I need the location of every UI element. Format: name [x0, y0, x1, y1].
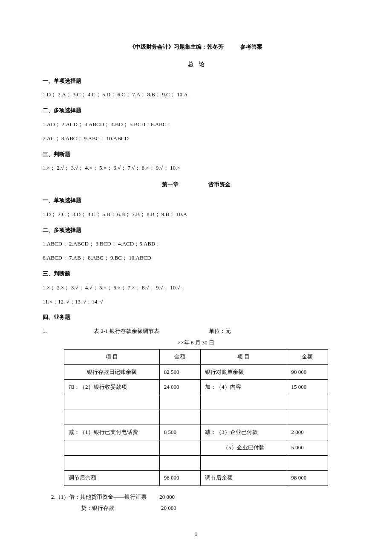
cell [201, 455, 287, 470]
cell: 加：（4）内容 [201, 380, 287, 395]
cell [287, 410, 328, 425]
table-caption-title: 表 2-1 银行存款余额调节表 [94, 327, 209, 336]
cell [64, 455, 160, 470]
cell [287, 455, 328, 470]
journal-entry-debit: 2.（1）借：其他货币资金——银行汇票20 000 [51, 493, 349, 502]
table-row: 调节后余额 98 000 调节后余额 98 000 [64, 470, 328, 486]
cell [201, 410, 287, 425]
table-row: 加：（2）银行收妥款项 24 000 加：（4）内容 15 000 [64, 380, 328, 395]
table-caption-num: 1. [43, 327, 94, 336]
page-number: 1 [43, 530, 349, 539]
cell [159, 410, 200, 425]
cell: 2 000 [287, 425, 328, 440]
ch1-judge-answers-1: 1.×； 2.×； 3.√； 4.√； 5.×； 6.×； 7.×； 8.√； … [43, 283, 349, 292]
ch1-single-heading: 一、单项选择题 [43, 196, 349, 205]
cell: 5 000 [287, 440, 328, 455]
th-item-left: 项 目 [64, 349, 160, 364]
cell: 银行存款日记账余额 [64, 364, 160, 380]
th-item-right: 项 目 [201, 349, 287, 364]
cell: （5）企业已付款 [201, 440, 287, 455]
reconciliation-table: 项 目 金额 项 目 金额 银行存款日记账余额 82 500 银行对账单余额 9… [64, 349, 328, 486]
cell [64, 410, 160, 425]
ch1-multi-answers-2: 6.ABCD； 7.AB； 8.ABC； 9.BC； 10.ABCD [43, 254, 349, 263]
intro-single-heading: 一、单项选择题 [43, 77, 349, 86]
table-row [64, 455, 328, 470]
table-date: ××年 6 月 30 日 [43, 338, 349, 347]
cell: 加：（2）银行收妥款项 [64, 380, 160, 395]
cell: 8 500 [159, 425, 200, 440]
ch1-judge-answers-2: 11.×；12. √；13. √；14. √ [43, 298, 349, 306]
cell: 98 000 [159, 470, 200, 486]
cell: 24 000 [159, 380, 200, 395]
intro-judge-heading: 三、判断题 [43, 150, 349, 159]
th-amount-left: 金额 [159, 349, 200, 364]
cell [64, 440, 160, 455]
chapter1-heading: 第一章 货币资金 [43, 180, 349, 189]
cell: 调节后余额 [201, 470, 287, 486]
table-caption-unit: 单位：元 [209, 327, 231, 336]
entry-debit-label: 2.（1）借：其他货币资金——银行汇票 [51, 494, 147, 500]
intro-judge-answers: 1.×； 2.√； 3.√； 4.×； 5.×； 6.√； 7.√； 8.×； … [43, 164, 349, 173]
cell [64, 395, 160, 410]
doc-subtitle: 总 论 [43, 60, 349, 69]
table-row [64, 395, 328, 410]
cell [159, 440, 200, 455]
cell [159, 455, 200, 470]
ch1-business-heading: 四、业务题 [43, 313, 349, 322]
cell: 90 000 [287, 364, 328, 380]
cell [159, 395, 200, 410]
doc-title: 《中级财务会计》习题集主编：韩冬芳 参考答案 [43, 43, 349, 52]
entry-debit-amount: 20 000 [159, 494, 175, 500]
cell: 98 000 [287, 470, 328, 486]
journal-entry-credit: 贷：银行存款20 000 [81, 504, 349, 513]
th-amount-right: 金额 [287, 349, 328, 364]
ch1-single-answers: 1.D； 2.C； 3.D； 4.C； 5.B； 6.B； 7.B； 8.B； … [43, 210, 349, 219]
entry-credit-label: 贷：银行存款 [81, 505, 114, 511]
table-row: 减：（1）银行已支付电话费 8 500 减：（3）企业已付款 2 000 [64, 425, 328, 440]
chapter1-name: 货币资金 [208, 180, 231, 189]
table-caption: 1. 表 2-1 银行存款余额调节表 单位：元 [43, 327, 349, 336]
cell: 减：（1）银行已支付电话费 [64, 425, 160, 440]
cell [201, 395, 287, 410]
cell: 银行对账单余额 [201, 364, 287, 380]
ch1-judge-heading: 三、判断题 [43, 269, 349, 278]
intro-multi-heading: 二、多项选择题 [43, 106, 349, 115]
table-row [64, 410, 328, 425]
intro-multi-answers-1: 1.AD； 2.ACD； 3.ABCD； 4.BD； 5.BCD；6.ABC； [43, 120, 349, 129]
chapter1-label: 第一章 [162, 180, 179, 189]
cell: 调节后余额 [64, 470, 160, 486]
cell: 减：（3）企业已付款 [201, 425, 287, 440]
table-row: 项 目 金额 项 目 金额 [64, 349, 328, 364]
intro-single-answers: 1.D； 2.A； 3.C； 4.C； 5.D； 6.C； 7.A； 8.B； … [43, 90, 349, 99]
cell: 82 500 [159, 364, 200, 380]
entry-credit-amount: 20 000 [161, 505, 176, 511]
cell: 15 000 [287, 380, 328, 395]
ch1-multi-answers-1: 1.ABCD； 2.ABCD； 3.BCD； 4.ACD；5.ABD； [43, 240, 349, 249]
intro-multi-answers-2: 7.AC； 8.ABC； 9.ABC； 10.ABCD [43, 134, 349, 143]
cell [287, 395, 328, 410]
table-row: 银行存款日记账余额 82 500 银行对账单余额 90 000 [64, 364, 328, 380]
ch1-multi-heading: 二、多项选择题 [43, 226, 349, 235]
table-row: （5）企业已付款 5 000 [64, 440, 328, 455]
